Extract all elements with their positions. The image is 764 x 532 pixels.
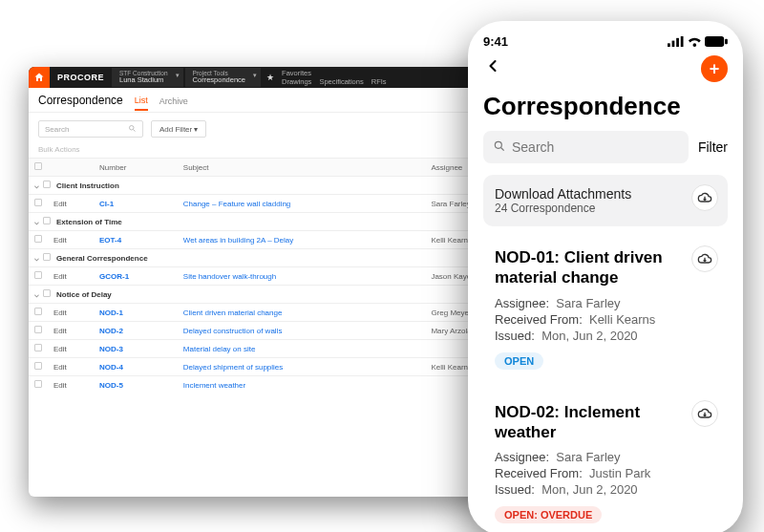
add-button[interactable]: + [701, 55, 728, 82]
item-assignee-row: Assignee: Sara Farley [495, 450, 686, 464]
tool-picker-value: Correspondence [193, 76, 245, 84]
group-name: Extension of Time [56, 218, 122, 226]
svg-rect-3 [676, 37, 679, 46]
row-checkbox[interactable] [34, 235, 42, 243]
mobile-page-title: Correspondence [483, 92, 728, 121]
favorite-link[interactable]: Drawings [282, 77, 311, 86]
item-title: NOD-02: Inclement weather [495, 402, 686, 443]
item-subject[interactable]: Change – Feature wall cladding [183, 200, 291, 208]
svg-rect-6 [725, 38, 728, 43]
col-subject[interactable]: Subject [178, 159, 426, 177]
favorite-link[interactable]: Specifications [319, 77, 363, 86]
item-number[interactable]: NOD-1 [99, 309, 123, 317]
status-badge: OPEN [495, 352, 543, 370]
item-number[interactable]: NOD-3 [99, 345, 123, 353]
search-input[interactable]: Search [38, 120, 143, 138]
list-item[interactable]: NOD-01: Client driven material changeAss… [483, 236, 728, 381]
row-checkbox[interactable] [34, 344, 42, 351]
col-number[interactable]: Number [94, 159, 178, 177]
item-subject[interactable]: Client driven material change [183, 309, 283, 317]
select-all-checkbox[interactable] [29, 159, 48, 177]
battery-icon [705, 36, 728, 47]
search-icon [128, 124, 137, 135]
row-checkbox[interactable] [43, 289, 51, 297]
status-time: 9:41 [483, 34, 508, 49]
add-filter-button[interactable]: Add Filter ▾ [151, 120, 206, 138]
item-issued-row: Issued: Mon, Jun 2, 2020 [495, 482, 686, 497]
mobile-frame: 9:41 + Correspondence Search Filter Down… [468, 21, 743, 532]
svg-point-7 [495, 141, 501, 148]
edit-button[interactable]: Edit [48, 195, 94, 213]
svg-rect-5 [705, 36, 724, 47]
row-checkbox[interactable] [34, 199, 42, 206]
brand-logo[interactable]: PROCORE [57, 73, 104, 82]
favorite-link[interactable]: RFIs [371, 77, 387, 86]
chevron-down-icon: ⌵ [34, 254, 39, 263]
item-subject[interactable]: Wet areas in building 2A – Delay [183, 236, 293, 245]
filter-button[interactable]: Filter [698, 139, 728, 155]
home-icon[interactable] [29, 67, 50, 88]
row-checkbox[interactable] [34, 380, 42, 388]
svg-rect-2 [672, 40, 675, 46]
item-number[interactable]: NOD-5 [99, 381, 123, 390]
tab-archive[interactable]: Archive [159, 91, 188, 110]
row-checkbox[interactable] [43, 253, 51, 261]
item-subject[interactable]: Delayed construction of walls [183, 327, 283, 335]
item-number[interactable]: NOD-2 [99, 327, 123, 335]
mobile-search-row: Search Filter [483, 131, 728, 163]
item-number[interactable]: EOT-4 [99, 236, 121, 245]
search-input[interactable]: Search [483, 131, 689, 163]
row-checkbox[interactable] [43, 217, 51, 224]
page-title: Correspondence [38, 94, 123, 107]
status-icons [668, 36, 728, 47]
row-checkbox[interactable] [34, 362, 42, 370]
star-icon: ★ [266, 73, 274, 82]
item-subject[interactable]: Material delay on site [183, 345, 256, 353]
item-number[interactable]: GCOR-1 [99, 272, 129, 281]
edit-button[interactable]: Edit [48, 340, 94, 358]
edit-button[interactable]: Edit [48, 267, 94, 286]
row-checkbox[interactable] [34, 271, 42, 279]
cloud-download-icon[interactable] [691, 400, 718, 427]
group-name: Notice of Delay [56, 290, 112, 299]
edit-button[interactable]: Edit [48, 304, 94, 322]
download-attachments-card[interactable]: Download Attachments 24 Correspondence [483, 175, 728, 226]
svg-rect-1 [668, 43, 670, 47]
favorites-bar: Favorites Drawings Specifications RFIs [278, 69, 396, 86]
edit-button[interactable]: Edit [48, 322, 94, 340]
chevron-down-icon: ⌵ [34, 290, 39, 299]
item-issued-row: Issued: Mon, Jun 2, 2020 [495, 329, 686, 343]
project-picker[interactable]: STF Construction Luna Stadium [112, 68, 183, 86]
cellular-icon [668, 36, 684, 47]
wifi-icon [688, 36, 702, 47]
item-received-row: Received From: Justin Park [495, 466, 686, 480]
item-number[interactable]: CI-1 [99, 200, 114, 208]
item-subject[interactable]: Inclement weather [183, 381, 245, 390]
edit-button[interactable]: Edit [48, 376, 94, 394]
item-subject[interactable]: Delayed shipment of supplies [183, 363, 284, 372]
row-checkbox[interactable] [34, 308, 42, 315]
download-subtitle: 24 Correspondence [495, 202, 686, 215]
row-checkbox[interactable] [34, 326, 42, 333]
chevron-down-icon: ⌵ [34, 181, 39, 190]
group-name: Client Instruction [56, 181, 119, 190]
status-badge: OPEN: OVERDUE [495, 506, 602, 523]
back-icon[interactable] [483, 56, 502, 81]
cloud-download-icon[interactable] [691, 245, 718, 272]
list-item[interactable]: NOD-02: Inclement weatherAssignee: Sara … [483, 391, 728, 533]
tab-list[interactable]: List [135, 90, 148, 111]
item-number[interactable]: NOD-4 [99, 363, 123, 372]
status-bar: 9:41 [483, 32, 728, 50]
row-checkbox[interactable] [43, 181, 51, 188]
group-name: General Correspondence [56, 254, 148, 263]
chevron-down-icon: ⌵ [34, 218, 39, 226]
item-title: NOD-01: Client driven material change [495, 247, 686, 288]
item-assignee-row: Assignee: Sara Farley [495, 296, 686, 310]
tool-picker[interactable]: Project Tools Correspondence [185, 68, 261, 86]
cloud-download-icon[interactable] [691, 184, 718, 211]
item-subject[interactable]: Site handover walk-through [183, 272, 276, 281]
edit-button[interactable]: Edit [48, 358, 94, 376]
project-picker-value: Luna Stadium [119, 76, 168, 84]
search-placeholder: Search [512, 139, 554, 155]
edit-button[interactable]: Edit [48, 231, 94, 249]
